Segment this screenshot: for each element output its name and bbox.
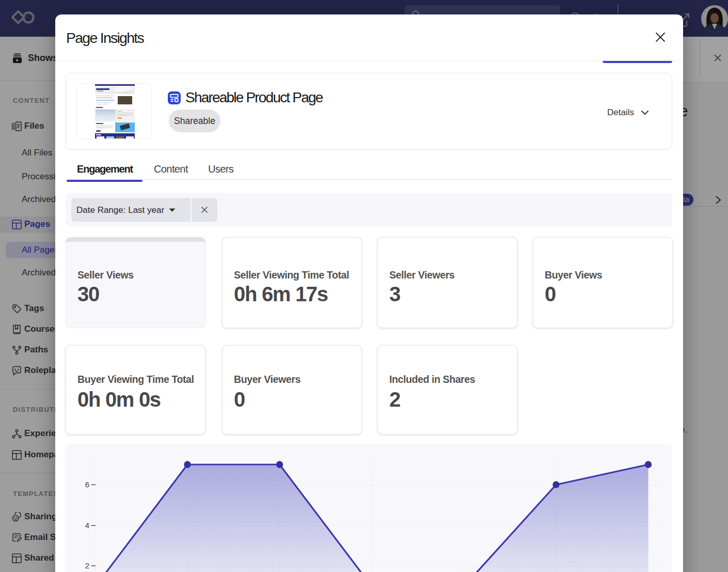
- svg-text:4: 4: [85, 521, 89, 530]
- svg-text:6: 6: [85, 480, 89, 489]
- svg-text:2: 2: [85, 561, 89, 570]
